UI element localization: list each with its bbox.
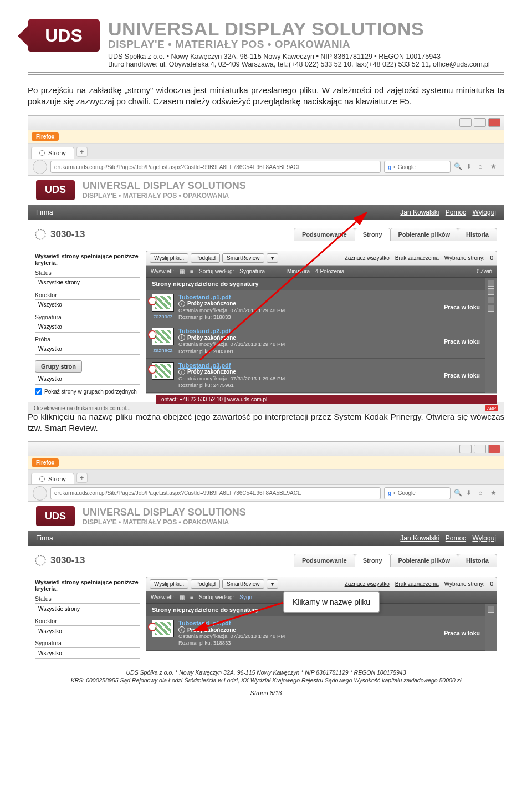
grupy-field[interactable]: [35, 374, 140, 385]
download-icon[interactable]: ⬇: [466, 489, 475, 498]
deselect-link[interactable]: Brak zaznaczenia: [395, 255, 439, 261]
close-button[interactable]: [488, 118, 500, 127]
logout-link[interactable]: Wyloguj: [472, 534, 496, 542]
send-files-button[interactable]: Wyślij pliki...: [150, 579, 188, 589]
list-icon[interactable]: ≡: [190, 268, 193, 274]
status-select[interactable]: [35, 603, 140, 614]
select-all-link[interactable]: Zaznacz wszystko: [345, 581, 390, 587]
smartreview-button[interactable]: SmartReview: [222, 253, 264, 263]
page-number: Strona 8/13: [28, 690, 504, 696]
logout-link[interactable]: Wyloguj: [472, 208, 496, 216]
help-link[interactable]: Pomoc: [446, 534, 466, 542]
firefox-menu-button[interactable]: Firefox: [32, 132, 59, 141]
minimize-button[interactable]: [459, 118, 472, 127]
download-icon[interactable]: ⬇: [466, 162, 475, 171]
sygnatura-select[interactable]: [35, 647, 140, 659]
sygnatura-select[interactable]: [35, 322, 140, 333]
dropdown-button[interactable]: ▾: [267, 579, 278, 589]
view-option[interactable]: [488, 305, 494, 312]
korektor-label: Korektor: [35, 292, 140, 298]
page-row[interactable]: Tubostand .p3.pdf iPróby zakończone Osta…: [146, 359, 485, 393]
search-icon[interactable]: 🔍: [454, 489, 463, 498]
sort-value[interactable]: Sygnatura: [239, 268, 265, 274]
back-button[interactable]: [33, 486, 47, 501]
file-size: Rozmiar pliku: 318833: [178, 314, 285, 320]
tab-strony[interactable]: Strony: [355, 554, 391, 567]
tab-podsumowanie[interactable]: Podsumowanie: [294, 554, 355, 567]
grupy-button[interactable]: Grupy stron: [35, 360, 82, 373]
page-thumbnail[interactable]: [152, 328, 174, 345]
proba-select[interactable]: [35, 344, 140, 355]
app-header: UDS UNIVERSAL DISPLAY SOLUTIONS DISPLAY'…: [28, 502, 504, 531]
minimize-button[interactable]: [459, 445, 472, 453]
file-link[interactable]: Tubostand .p1.pdf: [178, 294, 285, 300]
help-link[interactable]: Pomoc: [446, 208, 466, 216]
smartreview-button[interactable]: SmartReview: [222, 579, 264, 589]
preview-button[interactable]: Podgląd: [191, 253, 220, 263]
back-button[interactable]: [33, 160, 47, 174]
send-files-button[interactable]: Wyślij pliki...: [150, 253, 188, 263]
search-icon[interactable]: 🔍: [454, 162, 463, 171]
file-link[interactable]: Tubostand .p1.pdf: [178, 620, 285, 626]
tab-historia[interactable]: Historia: [458, 228, 497, 241]
tab-historia[interactable]: Historia: [458, 554, 497, 567]
tab-podsumowanie[interactable]: Podsumowanie: [294, 228, 355, 241]
nav-firma[interactable]: Firma: [36, 208, 53, 216]
search-field[interactable]: g•Google: [384, 161, 451, 173]
pokaz-checkbox[interactable]: [35, 388, 42, 395]
page-row[interactable]: zaznacz Tubostand .p1.pdf iPróby zakończ…: [146, 290, 485, 325]
view-option[interactable]: [488, 297, 494, 303]
list-icon[interactable]: ≡: [190, 594, 193, 600]
view-option[interactable]: [488, 280, 494, 287]
abp-icon[interactable]: ABP: [485, 405, 498, 411]
search-field[interactable]: g•Google: [384, 487, 451, 499]
user-link[interactable]: Jan Kowalski: [400, 534, 439, 542]
contact-bar: ontact: +48 22 533 52 10 | www.uds.com.p…: [156, 395, 497, 404]
close-button[interactable]: [488, 445, 500, 453]
url-field[interactable]: drukarnia.uds.com.pl/Site/Pages/Job/Page…: [50, 161, 381, 173]
grid-icon[interactable]: ▦: [180, 594, 185, 600]
company-address: UDS Spółka z o.o. • Nowy Kawęczyn 32A, 9…: [108, 53, 504, 60]
korektor-select[interactable]: [35, 299, 140, 310]
maximize-button[interactable]: [474, 118, 486, 127]
korektor-select[interactable]: [35, 625, 140, 636]
maximize-button[interactable]: [474, 445, 486, 453]
file-link[interactable]: Tubostand .p2.pdf: [178, 328, 285, 334]
sort-value[interactable]: Sygn: [239, 594, 252, 600]
page-thumbnail[interactable]: [152, 362, 174, 380]
grid-icon[interactable]: ▦: [180, 268, 185, 274]
browser-tab[interactable]: Strony: [31, 473, 74, 484]
new-tab-button[interactable]: +: [76, 473, 88, 483]
view-option[interactable]: [488, 606, 494, 613]
preview-button[interactable]: Podgląd: [191, 579, 220, 589]
nav-firma[interactable]: Firma: [36, 534, 53, 542]
bookmark-icon[interactable]: ★: [490, 489, 499, 498]
page-thumbnail[interactable]: [152, 620, 174, 637]
select-all-link[interactable]: Zaznacz wszystko: [345, 255, 390, 261]
tab-strony[interactable]: Strony: [355, 228, 391, 241]
user-link[interactable]: Jan Kowalski: [400, 208, 439, 216]
zaznacz-link[interactable]: zaznacz: [154, 313, 173, 319]
polozenia-select[interactable]: 4 Położenia: [315, 268, 344, 274]
page-row[interactable]: zaznacz Tubostand .p2.pdf iPróby zakończ…: [146, 324, 485, 359]
zaznacz-link[interactable]: zaznacz: [154, 347, 173, 353]
page-row[interactable]: Tubostand .p1.pdf iPróby zakończone Osta…: [146, 616, 485, 651]
browser-tab[interactable]: Strony: [31, 147, 74, 159]
tab-pobieranie[interactable]: Pobieranie plików: [390, 228, 459, 241]
tab-pobieranie[interactable]: Pobieranie plików: [390, 554, 459, 567]
collapse-label[interactable]: Zwiń: [480, 268, 492, 274]
page-thumbnail[interactable]: [152, 294, 174, 312]
firefox-menu-button[interactable]: Firefox: [32, 458, 59, 467]
deselect-link[interactable]: Brak zaznaczenia: [395, 581, 439, 587]
file-link[interactable]: Tubostand .p3.pdf: [178, 362, 285, 369]
collapse-icon[interactable]: ⤴: [476, 268, 479, 274]
home-icon[interactable]: ⌂: [478, 489, 487, 498]
status-select[interactable]: [35, 277, 140, 288]
new-tab-button[interactable]: +: [76, 147, 88, 157]
url-field[interactable]: drukarnia.uds.com.pl/Site/Pages/Job/Page…: [50, 487, 381, 499]
view-option[interactable]: [488, 288, 494, 295]
bookmark-icon[interactable]: ★: [490, 162, 499, 171]
pages-panel: Wyślij pliki... Podgląd SmartReview ▾ Za…: [146, 577, 497, 651]
dropdown-button[interactable]: ▾: [267, 253, 278, 263]
home-icon[interactable]: ⌂: [478, 162, 487, 171]
